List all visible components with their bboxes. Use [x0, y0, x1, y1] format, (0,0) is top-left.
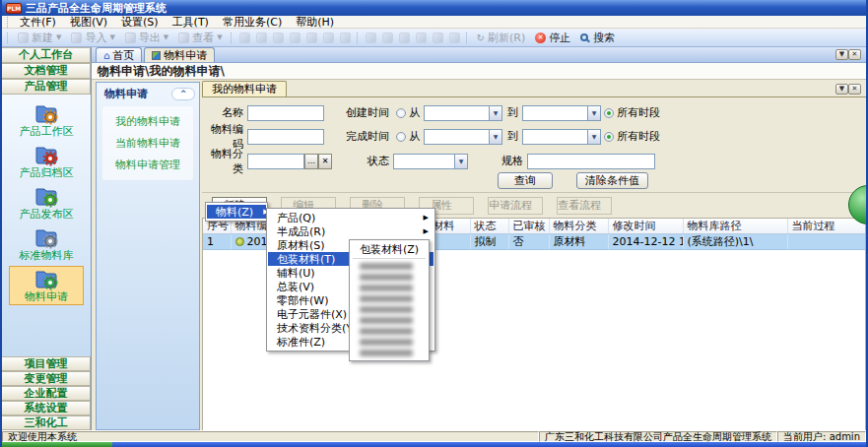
blurred-menu-item[interactable]: [351, 272, 428, 283]
create-from-dropdown[interactable]: ▼: [424, 105, 502, 121]
sidebar-item-label: 产品归档区: [20, 167, 74, 179]
menu-item-packaging[interactable]: 包装材料(Z): [351, 242, 428, 256]
grid-column-header[interactable]: 已审核: [508, 219, 549, 234]
folder-gear-icon: [33, 268, 59, 291]
create-all-period-radio[interactable]: [604, 108, 614, 118]
blurred-menu-item[interactable]: [351, 315, 428, 326]
finish-from-radio[interactable]: [396, 132, 406, 142]
import-button[interactable]: 导入▼: [66, 31, 119, 45]
export-button[interactable]: 导出▼: [120, 31, 173, 45]
nav-item-list: 我的物料申请当前物料申请物料申请管理: [102, 106, 193, 180]
menu-bar-item[interactable]: 帮助(H): [289, 16, 341, 29]
status-user: 当前用户: admin: [777, 431, 866, 442]
status-bar: 欢迎使用本系统 广东三和化工科技有限公司产品全生命周期管理系统 当前用户: ad…: [2, 430, 866, 442]
document-tab[interactable]: 首页: [96, 47, 142, 62]
window-title: 三品产品全生命周期管理系统: [26, 1, 167, 16]
sidebar-section-header[interactable]: 变更管理: [2, 371, 91, 386]
blurred-menu-item[interactable]: [351, 261, 428, 272]
browse-button[interactable]: …: [304, 154, 318, 169]
new-dropdown-menu: 物料(Z)▶: [205, 202, 268, 222]
sidebar-item[interactable]: 物料申请: [9, 266, 84, 305]
clear-conditions-button[interactable]: 清除条件值: [576, 172, 648, 189]
to-label: 到: [502, 129, 522, 144]
restore-icon[interactable]: ▼: [835, 84, 848, 95]
blurred-menu-item[interactable]: [351, 283, 428, 293]
refresh-button[interactable]: ↻刷新(R): [472, 31, 531, 45]
action-button-label: 申请流程: [489, 198, 532, 213]
grid-column-header[interactable]: 当前过程: [787, 219, 866, 234]
action-button[interactable]: 查看流程 ▼: [557, 197, 612, 215]
create-to-dropdown[interactable]: ▼: [522, 105, 601, 121]
document-tab[interactable]: 物料申请: [144, 47, 215, 62]
finish-to-dropdown[interactable]: ▼: [522, 129, 601, 145]
blurred-menu-item[interactable]: [351, 337, 428, 348]
spec-input[interactable]: [527, 154, 655, 169]
menu-item-material[interactable]: 物料(Z)▶: [207, 205, 266, 219]
sidebar-section-header[interactable]: 项目管理: [2, 356, 91, 371]
menu-item-label: 原材料(S): [277, 238, 325, 253]
blurred-menu-item[interactable]: [351, 304, 428, 315]
nav-item[interactable]: 物料申请管理: [115, 158, 180, 172]
close-icon[interactable]: ✕: [848, 49, 861, 60]
finish-all-period-radio[interactable]: [604, 132, 614, 142]
sidebar-section-header[interactable]: 产品管理: [2, 79, 91, 95]
search-button[interactable]: 搜索: [575, 31, 620, 45]
blurred-menu-item[interactable]: [351, 293, 428, 304]
name-input[interactable]: [247, 105, 324, 121]
cell-status: 拟制: [470, 234, 508, 250]
action-button[interactable]: 申请流程 ▼: [488, 197, 543, 215]
collapse-button[interactable]: ^: [171, 88, 195, 100]
sidebar-section-header[interactable]: 个人工作台: [2, 47, 91, 63]
blurred-text: [360, 328, 413, 335]
view-button[interactable]: 查看▼: [173, 31, 227, 45]
menu-item[interactable]: 产品(Q) ▶: [268, 211, 434, 224]
close-icon[interactable]: ✕: [848, 84, 861, 95]
clear-category-button[interactable]: ✕: [318, 154, 332, 169]
finish-from-dropdown[interactable]: ▼: [424, 129, 502, 145]
sidebar-item[interactable]: 产品工作区: [9, 100, 84, 140]
stop-button[interactable]: ✕停止: [530, 31, 575, 45]
sidebar-section-header[interactable]: 文档管理: [2, 63, 91, 79]
grid-column-header[interactable]: 物料分类: [549, 219, 608, 234]
application-window: PLM 三品产品全生命周期管理系统 文件(F)视图(V)设置(S)工具(T)常用…: [0, 0, 868, 447]
status-dropdown[interactable]: ▼: [393, 154, 468, 169]
nav-item[interactable]: 我的物料申请: [115, 114, 180, 129]
menu-bar-item[interactable]: 常用业务(C): [216, 16, 289, 29]
create-from-radio[interactable]: [396, 108, 406, 118]
import-icon: [71, 32, 82, 43]
category-label: 物料分类: [202, 147, 247, 176]
query-button[interactable]: 查询: [498, 172, 553, 189]
sidebar-item-label: 产品工作区: [20, 126, 74, 138]
nav-item[interactable]: 当前物料申请: [115, 136, 180, 151]
grid-column-header[interactable]: 状态: [470, 219, 508, 234]
blurred-menu-item[interactable]: [351, 348, 428, 358]
grid-column-header[interactable]: 物料库路径: [683, 219, 787, 234]
menu-bar-item[interactable]: 设置(S): [114, 16, 166, 29]
sidebar-section-header[interactable]: 企业配置: [2, 386, 91, 401]
chevron-down-icon: ▼: [587, 106, 600, 120]
sidebar-section-header[interactable]: 三和化工: [2, 415, 91, 430]
search-icon: [580, 33, 588, 41]
menu-bar-item[interactable]: 视图(V): [63, 16, 114, 29]
sidebar-section-header[interactable]: 系统设置: [2, 401, 91, 415]
folder-gear-icon: [33, 226, 59, 250]
sidebar-item[interactable]: 产品发布区: [9, 183, 84, 223]
nav-panel-title: 物料申请: [104, 87, 148, 101]
restore-icon[interactable]: ▼: [835, 49, 848, 60]
menu-bar-item[interactable]: 文件(F): [13, 16, 63, 29]
inner-tab-active[interactable]: 我的物料申请: [202, 81, 287, 96]
sidebar-item[interactable]: 产品归档区: [9, 142, 84, 181]
sidebar-item[interactable]: 标准物料库: [9, 224, 84, 264]
blurred-menu-item[interactable]: [351, 326, 428, 337]
code-input[interactable]: [247, 129, 324, 145]
start-button-edge[interactable]: [2, 442, 112, 447]
refresh-icon: ↻: [477, 32, 485, 43]
menu-item[interactable]: 半成品(R) ▶: [268, 224, 434, 238]
chevron-down-icon: ▼: [489, 106, 501, 120]
blurred-text: [360, 295, 413, 302]
menu-bar-item[interactable]: 工具(T): [166, 16, 216, 29]
category-input[interactable]: [247, 154, 304, 169]
grid-column-header[interactable]: 修改时间: [608, 219, 683, 234]
menu-item-label: 技术资料分类(Y): [277, 321, 357, 336]
new-button[interactable]: 新建▼: [13, 31, 66, 45]
